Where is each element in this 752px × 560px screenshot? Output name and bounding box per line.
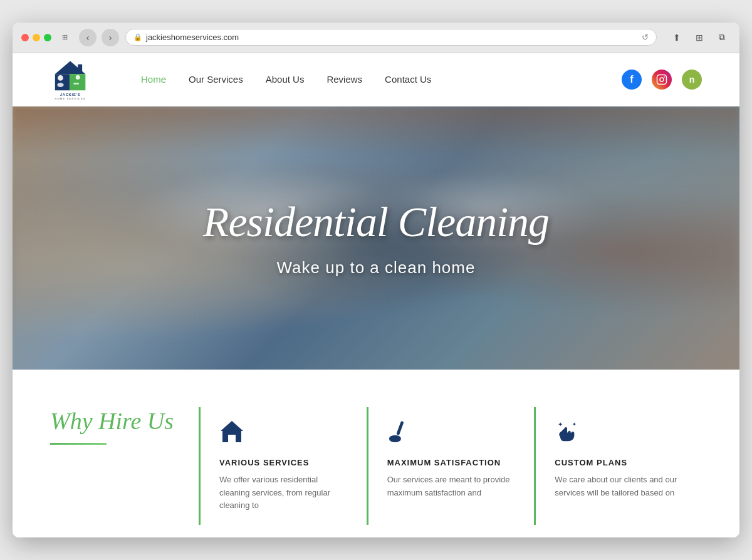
close-dot[interactable] (21, 34, 29, 41)
custom-plans-icon: ✦ ✦ (555, 420, 683, 449)
various-services-title: VARIOUS SERVICES (219, 458, 348, 467)
svg-point-12 (664, 76, 665, 78)
nav-reviews[interactable]: Reviews (326, 74, 362, 85)
custom-plans-title: CUSTOM PLANS (555, 458, 683, 467)
instagram-icon[interactable] (652, 70, 672, 90)
svg-text:HOME SERVICES: HOME SERVICES (55, 97, 85, 100)
forward-button[interactable]: › (102, 29, 119, 46)
satisfaction-title: MAXIMUM SATISFACTION (387, 458, 516, 467)
nav-about[interactable]: About Us (266, 74, 305, 85)
svg-rect-15 (228, 435, 236, 442)
browser-window: ⊞ ‹ › 🔒 jackieshomeservices.com ↺ ⬆ ⊞ ⧉ (13, 23, 739, 537)
various-services-icon (219, 420, 348, 449)
address-bar[interactable]: 🔒 jackieshomeservices.com ↺ (125, 29, 657, 46)
facebook-icon[interactable]: f (622, 70, 642, 90)
nav-services[interactable]: Our Services (189, 74, 243, 85)
why-underline (50, 443, 107, 445)
maximize-dot[interactable] (44, 34, 51, 41)
logo-area: JACKIE'S HOME SERVICES (50, 59, 91, 100)
hero-subtitle: Wake up to a clean home (203, 258, 549, 277)
svg-text:JACKIE'S: JACKIE'S (60, 93, 81, 96)
nav-buttons: ‹ › (79, 29, 119, 46)
why-section: Why Hire Us VARIOUS SERVICES We offer va (13, 370, 739, 537)
hero-section: Residential Cleaning Wake up to a clean … (13, 106, 739, 370)
nav-contact[interactable]: Contact Us (385, 74, 431, 85)
satisfaction-icon (387, 420, 516, 449)
window-grid-icon[interactable]: ⊞ (60, 33, 69, 42)
svg-point-11 (660, 78, 664, 81)
share-button[interactable]: ⬆ (668, 29, 686, 46)
various-services-desc: We offer various residential cleaning se… (219, 474, 348, 512)
svg-rect-6 (73, 83, 79, 85)
svg-point-17 (389, 435, 401, 442)
svg-rect-7 (78, 65, 82, 72)
hero-title: Residential Cleaning (203, 199, 549, 246)
svg-point-3 (58, 75, 63, 81)
why-heading-area: Why Hire Us (50, 407, 199, 445)
why-title: Why Hire Us (50, 407, 174, 436)
hero-content: Residential Cleaning Wake up to a clean … (203, 199, 549, 277)
refresh-icon[interactable]: ↺ (642, 33, 649, 42)
nextdoor-icon[interactable]: n (682, 70, 702, 90)
svg-text:✦: ✦ (558, 421, 563, 428)
nav-links: Home Our Services About Us Reviews Conta… (141, 74, 622, 85)
svg-point-4 (57, 83, 63, 87)
svg-point-5 (76, 75, 80, 80)
svg-marker-13 (221, 421, 243, 431)
svg-rect-16 (396, 421, 404, 435)
svg-rect-10 (657, 75, 667, 84)
social-icons: f n (622, 70, 702, 90)
extensions-button[interactable]: ⧉ (713, 29, 731, 46)
browser-actions: ⬆ ⊞ ⧉ (668, 29, 731, 46)
minimize-dot[interactable] (33, 34, 40, 41)
lock-icon: 🔒 (133, 33, 142, 41)
service-card-custom: ✦ ✦ CUSTOM PLANS We care about our clien… (534, 407, 702, 525)
nav-home[interactable]: Home (141, 74, 166, 85)
satisfaction-desc: Our services are meant to provide maximu… (387, 474, 516, 500)
website-content: JACKIE'S HOME SERVICES Home Our Services… (13, 53, 739, 537)
service-card-satisfaction: MAXIMUM SATISFACTION Our services are me… (367, 407, 535, 525)
svg-text:✦: ✦ (572, 421, 577, 427)
new-tab-button[interactable]: ⊞ (691, 29, 708, 46)
services-grid: VARIOUS SERVICES We offer various reside… (199, 407, 702, 525)
site-logo: JACKIE'S HOME SERVICES (50, 59, 91, 100)
window-control-dots (21, 34, 51, 41)
site-navigation: JACKIE'S HOME SERVICES Home Our Services… (13, 53, 739, 106)
service-card-various: VARIOUS SERVICES We offer various reside… (199, 407, 367, 525)
url-text: jackieshomeservices.com (146, 33, 239, 42)
browser-toolbar: ⊞ ‹ › 🔒 jackieshomeservices.com ↺ ⬆ ⊞ ⧉ (13, 23, 739, 53)
back-button[interactable]: ‹ (79, 29, 97, 46)
custom-plans-desc: We care about our clients and our servic… (555, 474, 683, 500)
